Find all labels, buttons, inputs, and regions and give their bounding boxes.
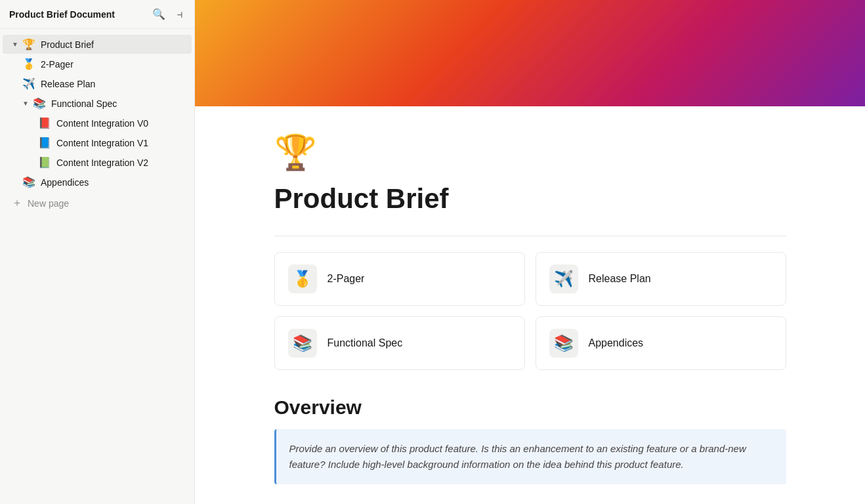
search-button[interactable]: 🔍 [150, 7, 168, 22]
green-book-icon: 📗 [38, 156, 51, 169]
new-page-button[interactable]: ＋ New page [3, 192, 192, 214]
card-release-plan[interactable]: ✈️ Release Plan [536, 252, 786, 306]
card-appendices-icon: 📚 [549, 329, 578, 358]
sidebar-item-label: Content Integration V1 [56, 138, 148, 148]
card-functional-spec-icon: 📚 [288, 329, 317, 358]
main-content: 🏆 Product Brief 🥇 2-Pager ✈️ Release Pla… [195, 0, 865, 504]
sidebar-item-content-integration-v0[interactable]: 📕 Content Integration V0 [3, 114, 192, 133]
overview-text: Provide an overview of this product feat… [289, 441, 773, 472]
sidebar-item-content-integration-v1[interactable]: 📘 Content Integration V1 [3, 133, 192, 152]
sidebar-item-label: Release Plan [41, 79, 95, 89]
sidebar-title: Product Brief Document [9, 9, 115, 20]
sidebar-item-appendices[interactable]: 📚 Appendices [3, 173, 192, 192]
trophy-icon: 🏆 [22, 38, 35, 51]
arrow-icon: ▼ [22, 100, 29, 107]
overview-block: Provide an overview of this product feat… [274, 429, 786, 484]
sidebar-item-label: 2-Pager [41, 59, 74, 70]
plus-icon: ＋ [12, 196, 22, 210]
collapse-sidebar-button[interactable]: ⊣ [175, 7, 185, 22]
overview-heading: Overview [274, 396, 786, 419]
sidebar-item-content-integration-v2[interactable]: 📗 Content Integration V2 [3, 153, 192, 172]
card-appendices-label: Appendices [589, 337, 644, 349]
card-functional-spec[interactable]: 📚 Functional Spec [274, 316, 525, 370]
card-release-plan-icon: ✈️ [549, 264, 578, 293]
card-functional-spec-label: Functional Spec [327, 337, 403, 349]
sidebar-item-label: Appendices [41, 177, 89, 188]
collapse-icon: ⊣ [177, 9, 182, 20]
card-appendices[interactable]: 📚 Appendices [536, 316, 786, 370]
sidebar-item-label: Product Brief [41, 39, 94, 50]
sidebar-item-label: Content Integration V2 [56, 158, 148, 168]
sidebar-header: Product Brief Document 🔍 ⊣ [0, 0, 194, 29]
sidebar-item-two-pager[interactable]: 🥇 2-Pager [3, 54, 192, 74]
card-release-plan-label: Release Plan [589, 273, 651, 285]
sidebar-item-product-brief[interactable]: ▼ 🏆 Product Brief [3, 35, 192, 54]
sidebar-item-label: Functional Spec [51, 98, 117, 109]
search-icon: 🔍 [152, 9, 165, 20]
sidebar-header-icons: 🔍 ⊣ [150, 7, 185, 22]
sidebar-item-functional-spec[interactable]: ▼ 📚 Functional Spec [3, 94, 192, 113]
red-book-icon: 📕 [38, 117, 51, 129]
new-page-label: New page [28, 198, 69, 209]
blue-book-icon: 📘 [38, 136, 51, 149]
books-icon: 📚 [33, 97, 46, 110]
hero-banner [195, 0, 865, 106]
sidebar: Product Brief Document 🔍 ⊣ ▼ 🏆 Product B… [0, 0, 195, 504]
page-body: 🏆 Product Brief 🥇 2-Pager ✈️ Release Pla… [235, 106, 826, 504]
sidebar-nav: ▼ 🏆 Product Brief 🥇 2-Pager ✈️ Release P… [0, 29, 194, 504]
medal-icon: 🥇 [22, 58, 35, 70]
sidebar-item-release-plan[interactable]: ✈️ Release Plan [3, 74, 192, 93]
sidebar-item-label: Content Integration V0 [56, 118, 148, 129]
page-trophy-emoji: 🏆 [274, 133, 786, 173]
card-two-pager-label: 2-Pager [327, 273, 365, 285]
plane-icon: ✈️ [22, 77, 35, 90]
card-two-pager-icon: 🥇 [288, 264, 317, 293]
appendices-icon: 📚 [22, 176, 35, 188]
page-title: Product Brief [274, 183, 786, 215]
card-two-pager[interactable]: 🥇 2-Pager [274, 252, 525, 306]
arrow-icon: ▼ [12, 41, 18, 48]
cards-grid: 🥇 2-Pager ✈️ Release Plan 📚 Functional S… [274, 252, 786, 370]
divider [274, 236, 786, 236]
